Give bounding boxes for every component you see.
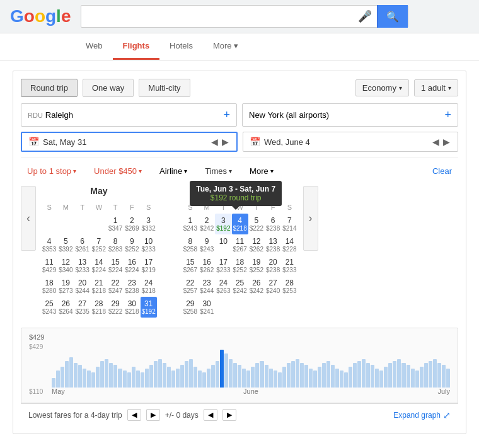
calendar-day[interactable]: 13$238 xyxy=(265,234,281,255)
calendar-day[interactable]: 12$262 xyxy=(248,234,265,255)
graph-bar[interactable] xyxy=(180,365,184,388)
calendar-day[interactable]: 9$252 xyxy=(124,234,140,255)
calendar-day[interactable]: 20$238 xyxy=(265,255,281,276)
calendar-day[interactable]: 16$224 xyxy=(124,255,140,276)
days-next-button[interactable]: ▶ xyxy=(222,409,236,421)
calendar-prev-button[interactable]: ‹ xyxy=(21,186,36,251)
graph-bar[interactable] xyxy=(388,363,392,388)
graph-bar[interactable] xyxy=(233,363,237,388)
graph-bar[interactable] xyxy=(274,370,277,388)
depart-prev-button[interactable]: ◀ xyxy=(210,137,219,147)
calendar-day[interactable]: 25$243 xyxy=(41,297,57,318)
graph-bar[interactable] xyxy=(202,372,206,388)
graph-bar[interactable] xyxy=(251,367,255,388)
graph-bar[interactable] xyxy=(246,370,250,388)
graph-bar[interactable] xyxy=(193,367,197,388)
return-date-input[interactable]: 📅 Wed, June 4 ◀ ▶ xyxy=(243,132,458,152)
graph-bar[interactable] xyxy=(287,363,291,388)
graph-bar[interactable] xyxy=(446,369,450,388)
calendar-day[interactable]: 20$244 xyxy=(74,276,91,297)
graph-bar[interactable] xyxy=(260,361,263,388)
graph-bar[interactable] xyxy=(366,363,370,388)
calendar-day[interactable]: 22$247 xyxy=(107,276,124,297)
graph-bar[interactable] xyxy=(149,365,153,388)
graph-bar[interactable] xyxy=(141,372,144,388)
graph-bar[interactable] xyxy=(100,361,104,388)
trip-next-button[interactable]: ▶ xyxy=(146,409,160,421)
graph-bar[interactable] xyxy=(371,365,374,388)
calendar-day[interactable]: 15$267 xyxy=(182,255,199,276)
google-logo[interactable]: Google xyxy=(10,6,71,26)
calendar-day[interactable]: 6$238 xyxy=(265,214,281,234)
graph-bar[interactable] xyxy=(56,370,60,388)
graph-bar[interactable] xyxy=(189,359,193,388)
graph-bar[interactable] xyxy=(326,361,330,388)
graph-bar[interactable] xyxy=(154,361,158,388)
calendar-day[interactable] xyxy=(232,297,248,318)
calendar-day[interactable]: 17$233 xyxy=(215,255,231,276)
calendar-day[interactable]: 30$218 xyxy=(124,297,140,318)
graph-bar[interactable] xyxy=(96,367,100,388)
calendar-day[interactable] xyxy=(248,297,265,318)
graph-bar[interactable] xyxy=(198,370,202,388)
graph-bar[interactable] xyxy=(313,370,317,388)
graph-bar[interactable] xyxy=(362,359,366,388)
calendar-day[interactable]: 24$218 xyxy=(141,276,157,297)
origin-add-button[interactable]: + xyxy=(223,108,230,122)
calendar-day[interactable]: 19$273 xyxy=(57,276,74,297)
calendar-day[interactable]: 25$242 xyxy=(232,276,248,297)
graph-bar[interactable] xyxy=(429,361,432,388)
destination-text[interactable] xyxy=(249,110,444,120)
calendar-day[interactable]: 1$243 xyxy=(182,214,199,234)
graph-bar[interactable] xyxy=(424,363,428,388)
graph-bar[interactable] xyxy=(216,361,219,388)
graph-bar[interactable] xyxy=(282,367,286,388)
calendar-day[interactable]: 7$252 xyxy=(91,234,107,255)
graph-bar[interactable] xyxy=(118,369,122,388)
nav-web[interactable]: Web xyxy=(76,33,113,60)
graph-bar[interactable] xyxy=(145,369,149,388)
calendar-day[interactable]: 3$192Tue, Jun 3 - Sat, Jun 7$192 round t… xyxy=(215,214,231,234)
calendar-day[interactable]: 2$269 xyxy=(124,214,140,234)
graph-bar[interactable] xyxy=(105,359,108,388)
calendar-day[interactable]: 18$280 xyxy=(41,276,57,297)
calendar-day[interactable]: 18$252 xyxy=(232,255,248,276)
calendar-day[interactable]: 11$429 xyxy=(41,255,57,276)
calendar-day[interactable]: 11$267 xyxy=(232,234,248,255)
graph-bar[interactable] xyxy=(163,363,166,388)
graph-bar[interactable] xyxy=(69,357,73,388)
one-way-button[interactable]: One way xyxy=(83,79,134,97)
graph-bar[interactable] xyxy=(132,367,136,388)
graph-bar[interactable] xyxy=(335,369,339,388)
calendar-day[interactable]: 10 xyxy=(215,234,231,255)
calendar-day[interactable]: 26$264 xyxy=(57,297,74,318)
nav-hotels[interactable]: Hotels xyxy=(159,33,203,60)
calendar-day[interactable]: 14$228 xyxy=(281,234,297,255)
graph-bar[interactable] xyxy=(127,372,131,388)
graph-bar[interactable] xyxy=(91,372,95,388)
return-prev-button[interactable]: ◀ xyxy=(431,137,441,147)
graph-bar[interactable] xyxy=(269,369,273,388)
calendar-next-button[interactable]: › xyxy=(303,186,318,251)
graph-bar[interactable] xyxy=(433,359,437,388)
origin-text[interactable] xyxy=(45,110,224,120)
graph-bar[interactable] xyxy=(353,363,357,388)
calendar-day[interactable]: 2$242 xyxy=(199,214,215,234)
graph-bar[interactable] xyxy=(176,369,180,388)
graph-bar[interactable] xyxy=(291,361,295,388)
calendar-day[interactable]: 13$233 xyxy=(74,255,91,276)
graph-bar[interactable] xyxy=(331,365,335,388)
calendar-day[interactable]: 21$218 xyxy=(91,276,107,297)
graph-bar[interactable] xyxy=(340,370,343,388)
search-button[interactable]: 🔍 xyxy=(377,5,408,28)
calendar-day[interactable]: 10$233 xyxy=(141,234,157,255)
calendar-day[interactable] xyxy=(215,297,231,318)
mic-button[interactable]: 🎤 xyxy=(353,9,377,23)
calendar-day[interactable] xyxy=(281,297,297,318)
calendar-day[interactable] xyxy=(74,214,91,234)
clear-filter-button[interactable]: Clear xyxy=(426,164,458,178)
class-dropdown[interactable]: Economy xyxy=(355,79,409,96)
origin-input[interactable]: RDU + xyxy=(21,103,237,127)
calendar-day[interactable]: 16$262 xyxy=(199,255,215,276)
graph-bar[interactable] xyxy=(442,365,446,388)
